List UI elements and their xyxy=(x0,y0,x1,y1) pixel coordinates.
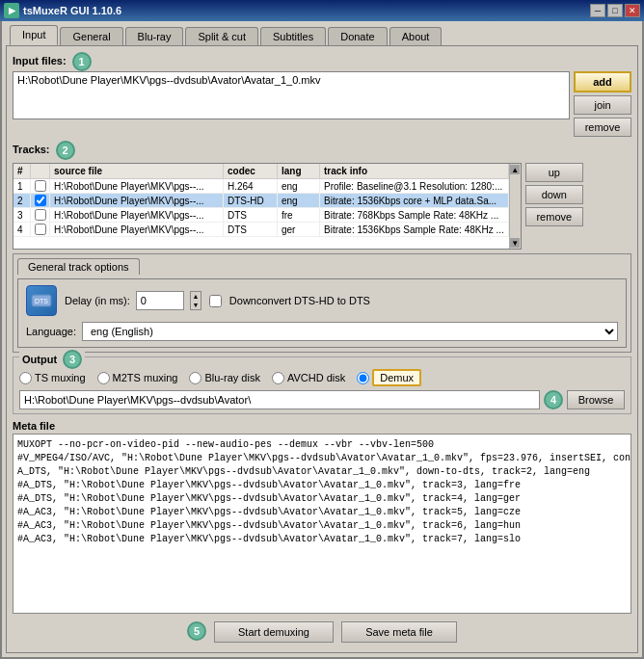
table-row: 1 H:\Robot\Dune Player\MKV\pgs--... H.26… xyxy=(13,179,509,194)
track-num: 2 xyxy=(13,194,31,207)
track-source: H:\Robot\Dune Player\MKV\pgs--... xyxy=(50,179,224,193)
radio-avchd[interactable] xyxy=(272,372,284,384)
input-files-section: Input files: 1 H:\Robot\Dune Player\MKV\… xyxy=(13,52,631,137)
output-path-row: 4 Browse xyxy=(19,390,625,409)
track-3-checkbox[interactable] xyxy=(35,209,46,221)
tab-content-input: Input files: 1 H:\Robot\Dune Player\MKV\… xyxy=(6,45,638,653)
browse-button[interactable]: Browse xyxy=(567,390,625,409)
delay-down-spinner[interactable]: ▼ xyxy=(191,301,201,309)
track-up-button[interactable]: up xyxy=(525,163,583,182)
col-info: track info xyxy=(320,164,509,178)
downconvert-checkbox[interactable] xyxy=(209,295,222,307)
callout-badge-3: 3 xyxy=(63,350,82,369)
meta-file-label: Meta file xyxy=(13,420,631,432)
language-label: Language: xyxy=(26,326,76,337)
track-codec: DTS xyxy=(224,208,278,222)
track-1-checkbox[interactable] xyxy=(35,180,46,192)
input-file-buttons: add join remove xyxy=(574,71,631,137)
tracks-header: # source file codec lang track info xyxy=(13,164,509,179)
output-option-ts[interactable]: TS muxing xyxy=(19,372,86,384)
add-button[interactable]: add xyxy=(574,71,631,92)
track-checkbox-cell[interactable] xyxy=(31,223,50,236)
track-num: 4 xyxy=(13,223,31,236)
output-option-demux[interactable]: Demux xyxy=(357,369,421,386)
scroll-down-btn[interactable]: ▼ xyxy=(510,238,520,248)
output-option-bluray[interactable]: Blu-ray disk xyxy=(189,372,259,384)
output-group-label: Output 3 xyxy=(19,350,85,369)
col-num: # xyxy=(13,164,31,178)
delay-row: Delay (in ms): ▲ ▼ xyxy=(65,291,201,310)
output-options-row: TS muxing M2TS muxing Blu-ray disk AVCHD… xyxy=(19,369,625,386)
track-info: Bitrate: 1536Kbps Sample Rate: 48KHz ... xyxy=(320,223,509,236)
track-lang: eng xyxy=(278,179,320,193)
tracks-row-wrap: # source file codec lang track info 1 H:… xyxy=(13,163,631,250)
tab-about[interactable]: About xyxy=(389,27,443,45)
track-checkbox-cell[interactable] xyxy=(31,208,50,222)
join-button[interactable]: join xyxy=(574,95,631,115)
radio-m2ts[interactable] xyxy=(97,372,110,384)
track-remove-button[interactable]: remove xyxy=(525,207,583,226)
track-checkbox-cell[interactable] xyxy=(31,194,50,207)
tracks-section: Tracks: 2 # source file codec lang track… xyxy=(13,141,631,250)
input-files-label: Input files: xyxy=(13,55,67,66)
delay-label: Delay (in ms): xyxy=(65,295,130,306)
track-4-checkbox[interactable] xyxy=(35,224,46,235)
close-button[interactable]: ✕ xyxy=(625,4,640,17)
general-track-options-tab[interactable]: General track options xyxy=(17,258,140,275)
tab-bar: Input General Blu-ray Split & cut Subtit… xyxy=(6,25,638,45)
general-track-options-panel: General track options DTS Delay (in ms): xyxy=(13,253,631,353)
tracks-scrollbar[interactable]: ▲ ▼ xyxy=(509,164,521,249)
table-row: 3 H:\Robot\Dune Player\MKV\pgs--... DTS … xyxy=(13,208,509,223)
save-meta-file-button[interactable]: Save meta file xyxy=(341,621,457,643)
callout-badge-5: 5 xyxy=(187,621,206,641)
tab-general[interactable]: General xyxy=(60,27,122,45)
track-options-tab-bar: General track options xyxy=(17,258,627,275)
svg-text:DTS: DTS xyxy=(35,298,48,304)
track-codec: DTS xyxy=(224,223,278,236)
output-option-avchd[interactable]: AVCHD disk xyxy=(272,372,345,384)
track-source: H:\Robot\Dune Player\MKV\pgs--... xyxy=(50,223,224,236)
input-files-row: H:\Robot\Dune Player\MKV\pgs--dvdsub\Ava… xyxy=(13,71,631,137)
language-select[interactable]: eng (English) xyxy=(82,322,618,341)
downconvert-label: Downconvert DTS-HD to DTS xyxy=(229,295,370,306)
track-lang: ger xyxy=(278,223,320,236)
minimize-button[interactable]: ─ xyxy=(590,4,605,17)
tab-subtitles[interactable]: Subtitles xyxy=(260,27,326,45)
tab-splitcut[interactable]: Split & cut xyxy=(185,27,258,45)
track-2-checkbox[interactable] xyxy=(35,195,46,206)
radio-demux[interactable] xyxy=(357,372,369,384)
radio-bluray[interactable] xyxy=(189,372,201,384)
table-row: 4 H:\Robot\Dune Player\MKV\pgs--... DTS … xyxy=(13,223,509,237)
tab-donate[interactable]: Donate xyxy=(328,27,387,45)
tab-bluray[interactable]: Blu-ray xyxy=(125,27,184,45)
col-source: source file xyxy=(50,164,224,178)
track-down-button[interactable]: down xyxy=(525,185,583,204)
output-path-input[interactable] xyxy=(19,390,540,409)
track-info: Profile: Baseline@3.1 Resolution: 1280:.… xyxy=(320,179,509,193)
radio-ts[interactable] xyxy=(19,372,32,384)
input-files-list[interactable]: H:\Robot\Dune Player\MKV\pgs--dvdsub\Ava… xyxy=(13,71,570,119)
track-lang: eng xyxy=(278,194,320,207)
tab-input[interactable]: Input xyxy=(10,25,58,45)
col-codec: codec xyxy=(224,164,278,178)
tracks-right-buttons: up down remove xyxy=(525,163,583,250)
meta-file-content[interactable]: MUXOPT --no-pcr-on-video-pid --new-audio… xyxy=(13,434,631,614)
app-title: tsMuxeR GUI 1.10.6 xyxy=(23,5,121,16)
maximize-button[interactable]: □ xyxy=(607,4,623,17)
scroll-up-btn[interactable]: ▲ xyxy=(510,165,520,174)
delay-up-spinner[interactable]: ▲ xyxy=(191,292,201,301)
start-demuxing-button[interactable]: Start demuxing xyxy=(214,621,334,643)
track-num: 1 xyxy=(13,179,31,193)
delay-input[interactable] xyxy=(136,291,184,310)
track-type-icon: DTS xyxy=(26,285,57,316)
delay-spinner: ▲ ▼ xyxy=(190,291,201,310)
output-option-m2ts[interactable]: M2TS muxing xyxy=(97,372,178,384)
track-checkbox-cell[interactable] xyxy=(31,179,50,193)
remove-file-button[interactable]: remove xyxy=(574,118,631,137)
output-section: Output 3 TS muxing M2TS muxing Blu-ray d… xyxy=(13,356,631,414)
col-check xyxy=(31,164,50,178)
track-source: H:\Robot\Dune Player\MKV\pgs--... xyxy=(50,194,224,207)
tracks-label: Tracks: xyxy=(13,144,50,155)
tracks-table: # source file codec lang track info 1 H:… xyxy=(13,164,509,249)
callout-badge-4: 4 xyxy=(544,390,563,409)
